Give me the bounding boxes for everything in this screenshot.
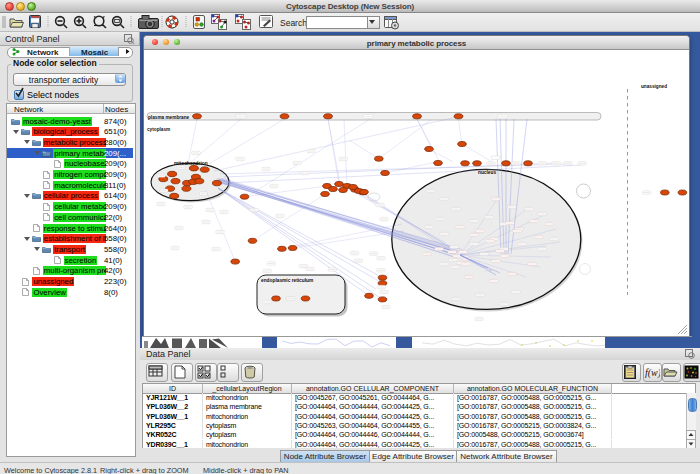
svg-text:plasma membrane: plasma membrane (148, 115, 190, 120)
svg-text:endoplasmic reticulum: endoplasmic reticulum (261, 278, 313, 283)
svg-text:nucleus: nucleus (478, 170, 496, 175)
svg-text:mitochondrion: mitochondrion (174, 161, 208, 166)
svg-text:unassigned: unassigned (641, 84, 667, 89)
svg-text:f(w): f(w) (645, 367, 660, 379)
svg-text:cytoplasm: cytoplasm (147, 127, 170, 132)
